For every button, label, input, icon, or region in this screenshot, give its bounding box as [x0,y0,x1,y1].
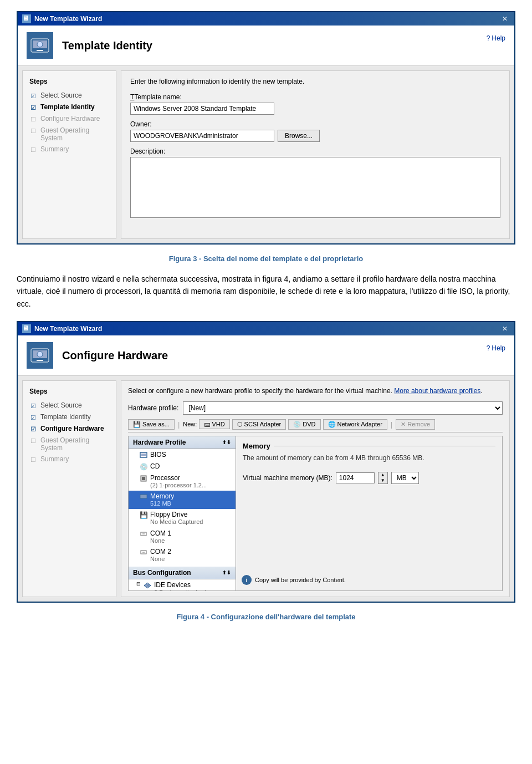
steps2-panel: Steps ☑ Select Source ☑ Template Identit… [22,380,116,597]
step1-template-identity[interactable]: ☑ Template Identity [23,101,116,113]
floppy-icon: 💾 [140,511,147,519]
step2-summary[interactable]: ☐ Summary [23,454,116,465]
network-icon: 🌐 [328,421,336,428]
step2-select-source[interactable]: ☑ Select Source [23,400,116,411]
svg-rect-9 [141,454,146,456]
window1-help-link[interactable]: ? Help [487,32,505,42]
memory-field-label: Virtual machine memory (MB): [243,474,332,482]
hw-detail-desc: The amount of memory can be from 4 MB th… [243,454,495,463]
hw-profile-label: Hardware profile: [128,404,178,412]
remove-button[interactable]: ✕ Remove [396,419,435,430]
tree-item-bios[interactable]: BIOS [129,449,236,461]
steps1-title: Steps [23,75,116,90]
step1-configure-hardware[interactable]: ☐ Configure Hardware [23,113,116,125]
window2: 🖥 New Template Wizard ✕ Configure Hardwa… [17,321,515,603]
hardware-panel: Select or configure a new hardware profi… [121,380,510,597]
template-name-label: TTemplate name: [130,93,500,101]
memory-spinner: ▲ ▼ [378,472,388,484]
network-adapter-button[interactable]: 🌐 Network Adapter [323,419,387,430]
template-name-input[interactable] [130,103,274,115]
memory-down-button[interactable]: ▼ [378,478,387,483]
tree-item-com1[interactable]: COM 1None [129,528,236,546]
window2-help-icon: ? [487,344,490,352]
hw-profile-select[interactable]: [New] [183,401,503,415]
tree-item-floppy[interactable]: 💾 Floppy DriveNo Media Captured [129,509,236,527]
step1-summary[interactable]: ☐ Summary [23,144,116,155]
tree-item-com2[interactable]: COM 2None [129,546,236,564]
hw-profile-row: Hardware profile: [New] [128,401,503,415]
tree-item-cd[interactable]: 💿 CD [129,461,236,472]
memory-unit-select[interactable]: MB GB [391,472,419,484]
tree-item-memory[interactable]: Memory512 MB [129,491,236,509]
copy-info: i Copy will be provided by Content. [242,575,346,585]
remove-icon: ✕ [401,421,406,428]
svg-rect-2 [37,50,43,51]
step2-guest-os[interactable]: ☐ Guest Operating System [23,435,116,454]
window1-titlebar: 🖥 New Template Wizard ✕ [18,12,514,26]
info-icon: i [242,575,252,585]
window2-icon: 🖥 [22,324,31,333]
steps1-panel: Steps ☑ Select Source ☑ Template Identit… [22,70,116,239]
com2-icon [140,548,147,556]
window1-close-button[interactable]: ✕ [500,15,510,23]
hw-detail-panel: Memory The amount of memory can be from … [236,436,503,591]
bus-sort-arrows: ⬆⬇ [222,570,231,575]
figure2-caption: Figura 4 - Configurazione dell'hardware … [17,613,515,621]
save-as-button[interactable]: 💾 Save as... [128,419,175,430]
cd-icon: 💿 [140,463,147,471]
hw-detail-wrapper: Memory The amount of memory can be from … [236,436,503,591]
memory-up-button[interactable]: ▲ [378,472,387,478]
window2-content: Steps ☑ Select Source ☑ Template Identit… [18,376,514,602]
description-textarea[interactable] [130,157,500,218]
window2-header-title: Configure Hardware [62,349,168,362]
scsi-adapter-button[interactable]: ⬡ SCSI Adapter [232,419,287,430]
hw-toolbar: 💾 Save as... | New: 🖴 VHD ⬡ SCSI Adapter [128,419,503,432]
dvd-icon: 💿 [293,421,301,428]
window2-help-link[interactable]: ? Help [487,342,505,352]
step2-active-checkbox: ☑ [29,425,37,433]
steps2-title: Steps [23,385,116,400]
save-icon: 💾 [133,421,141,428]
com1-icon [140,530,147,538]
tree-item-ide[interactable]: ⊟ IDE IDE Devices2 Devices attached [129,579,236,591]
step1-dim-checkbox3: ☐ [29,146,37,154]
svg-rect-11 [142,477,145,480]
window2-close-button[interactable]: ✕ [500,325,510,333]
window2-title: New Template Wizard [34,325,102,333]
hw-detail-title: Memory [243,442,495,450]
new-vhd-button[interactable]: 🖴 VHD [199,419,229,429]
expand-icon: ⊟ [136,581,141,587]
window2-header-icon [27,342,53,369]
hw-more-link[interactable]: More about hardware profiles [394,387,480,395]
hw-description: Select or configure a new hardware profi… [128,386,503,396]
processor-icon [140,475,147,482]
step1-select-source[interactable]: ☑ Select Source [23,90,116,101]
hw-memory-field: Virtual machine memory (MB): ▲ ▼ MB GB [243,472,495,484]
scsi-icon: ⬡ [237,421,243,428]
step2-dim-checkbox1: ☐ [29,437,37,445]
browse-button[interactable]: Browse... [278,130,320,142]
owner-input[interactable] [130,130,274,142]
template-name-field: TTemplate name: [130,93,500,115]
owner-field: Owner: Browse... [130,120,500,142]
dvd-button[interactable]: 💿 DVD [288,419,320,430]
description-label: Description: [130,147,500,155]
step1-active-checkbox: ☑ [29,104,37,111]
step2-checkbox1: ☑ [29,402,37,410]
window1-header-title: Template Identity [62,39,152,52]
new-label: New: [183,421,197,427]
step1-guest-os[interactable]: ☐ Guest Operating System [23,125,116,144]
window1: 🖥 New Template Wizard ✕ Template Identit… [17,11,515,245]
tree-item-processor[interactable]: Processor(2) 1-processor 1.2... [129,472,236,491]
svg-rect-6 [37,360,43,361]
window2-titlebar: 🖥 New Template Wizard ✕ [18,322,514,335]
window1-title: New Template Wizard [34,15,102,23]
memory-value-input[interactable] [336,472,375,483]
step2-configure-hardware[interactable]: ☑ Configure Hardware [23,423,116,435]
step2-template-identity[interactable]: ☑ Template Identity [23,411,116,423]
help-icon: ? [487,34,490,42]
step2-dim-checkbox2: ☐ [29,456,37,464]
window2-header: Configure Hardware ? Help [18,335,514,376]
step1-dim-checkbox2: ☐ [29,127,37,135]
sort-arrows: ⬆⬇ [222,440,231,445]
